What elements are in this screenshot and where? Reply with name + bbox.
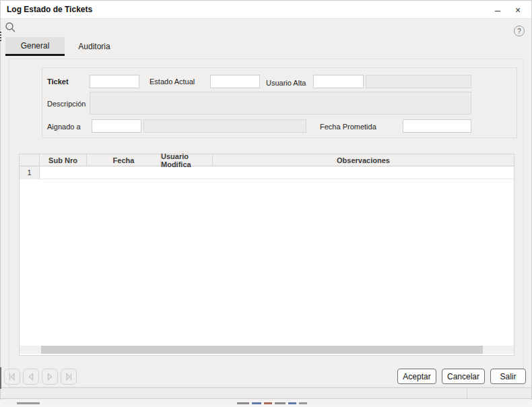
asignado-label: Aignado a [47, 123, 81, 131]
status-bar-divider [467, 388, 467, 398]
first-record-icon [7, 371, 18, 382]
close-button[interactable]: × [507, 1, 529, 19]
cell-sub-nro[interactable] [40, 166, 87, 179]
cell-fecha[interactable] [87, 166, 161, 179]
table-row[interactable]: 1 [20, 166, 514, 179]
window-title: Log Estado de Tickets [7, 5, 92, 14]
usuario-alta-name-field [366, 75, 471, 88]
asignado-input[interactable] [92, 119, 141, 133]
background-text-fragment [299, 402, 307, 404]
toolbar: ? [1, 19, 531, 36]
descripcion-field [90, 92, 471, 115]
background-window-edge [0, 32, 1, 41]
grid-header: Sub Nro Fecha Usuario Modifica Observaci… [20, 154, 514, 166]
log-grid: Sub Nro Fecha Usuario Modifica Observaci… [19, 154, 514, 356]
estado-actual-label: Estado Actual [149, 77, 195, 86]
grid-header-fecha[interactable]: Fecha [87, 154, 161, 166]
grid-header-subnro[interactable]: Sub Nro [40, 154, 87, 166]
previous-record-button[interactable] [23, 369, 39, 385]
last-record-icon [63, 371, 74, 382]
tab-general[interactable]: General [5, 37, 65, 56]
ticket-input[interactable] [90, 75, 139, 88]
background-text-fragment [17, 402, 40, 404]
title-bar: Log Estado de Tickets – × [1, 1, 531, 19]
tab-strip: General Auditoria [1, 36, 531, 57]
descripcion-label: Descripción [47, 100, 86, 108]
status-bar [1, 387, 531, 399]
background-text-fragment [288, 402, 296, 404]
estado-actual-input[interactable] [210, 75, 260, 88]
tab-auditoria[interactable]: Auditoria [68, 37, 121, 56]
search-icon[interactable] [5, 22, 16, 36]
usuario-alta-label: Usuario Alta [266, 79, 306, 87]
first-record-button[interactable] [4, 369, 20, 385]
previous-record-icon [26, 371, 36, 382]
next-record-icon [44, 371, 55, 382]
grid-header-usuario-modifica[interactable]: Usuario Modifica [161, 154, 213, 166]
fecha-prometida-label: Fecha Prometida [320, 123, 376, 131]
ticket-label: Ticket [47, 77, 69, 86]
grid-header-observaciones[interactable]: Observaciones [213, 154, 514, 166]
background-window-edge [0, 367, 1, 389]
cancelar-button[interactable]: Cancelar [442, 369, 485, 384]
scrollbar-thumb[interactable] [41, 346, 483, 354]
grid-header-rownum [20, 154, 40, 166]
background-text-fragment [264, 402, 272, 404]
row-number-cell[interactable]: 1 [20, 166, 40, 179]
background-text-fragment [252, 402, 261, 404]
grid-empty-area [20, 179, 514, 346]
last-record-button[interactable] [61, 369, 77, 385]
cell-usuario-modifica[interactable] [161, 166, 213, 179]
fecha-prometida-input[interactable] [403, 119, 471, 133]
next-record-button[interactable] [42, 369, 58, 385]
dialog-window: Log Estado de Tickets – × ? General Audi… [0, 0, 532, 407]
minimize-button[interactable]: – [487, 1, 508, 19]
salir-button[interactable]: Salir [490, 369, 526, 384]
horizontal-scrollbar[interactable] [20, 346, 514, 354]
background-text-fragment [275, 402, 286, 404]
background-window-strip [0, 400, 532, 407]
usuario-alta-input[interactable] [313, 75, 364, 88]
background-text-fragment [237, 402, 249, 404]
cell-observaciones[interactable] [213, 166, 514, 179]
asignado-name-field [143, 119, 306, 133]
aceptar-button[interactable]: Aceptar [397, 369, 436, 384]
help-icon[interactable]: ? [514, 26, 525, 36]
